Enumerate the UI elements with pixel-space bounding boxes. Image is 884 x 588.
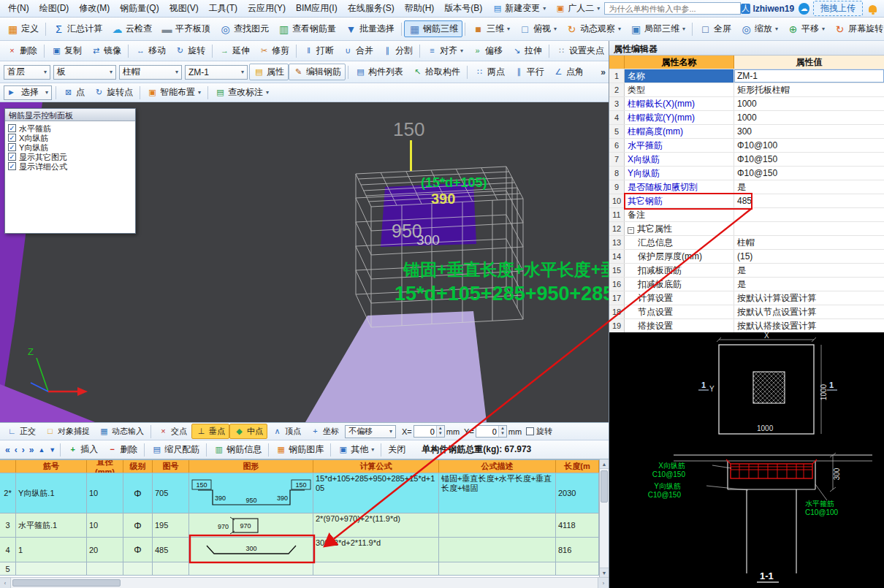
orbit-button[interactable]: ↻动态观察▾ [561,20,625,37]
formula-desc-cell[interactable]: 锚固+垂直长度+水平长度+垂直长度+锚固 [439,473,556,513]
other-menu-button[interactable]: ▣其他▾ [333,441,378,458]
rotate-button[interactable]: ↻旋转 [170,42,210,59]
component-name-select[interactable]: ZM-1▾ [185,65,248,80]
dynamic-input-button[interactable]: ▦动态输入 [94,424,148,439]
checkbox-box[interactable]: ✓ [8,162,16,170]
x-coordinate-input[interactable] [414,426,436,437]
property-value[interactable]: 按默认计算设置计算 [734,291,884,305]
new-change-button[interactable]: ▤新建变更▾ [487,0,550,17]
component-list-button[interactable]: ▤构件列表 [351,64,408,80]
checkbox-x-longitudinal[interactable]: ✓X向纵筋 [8,133,132,142]
midpoint-snap-button[interactable]: ◆中点 [229,424,267,439]
split-button[interactable]: ∥分割 [378,42,417,59]
edit-rebar-button[interactable]: ✎编辑钢筋 [289,64,346,80]
checkbox-box[interactable]: ✓ [8,143,16,151]
property-value[interactable]: 300 [734,125,884,138]
select-mode-dropdown[interactable]: ►选择▾ [4,85,52,100]
grade-cell[interactable]: Φ [123,473,153,513]
table-vertical-scrollbar[interactable]: ▲ ▼ [599,459,609,577]
grade-cell[interactable]: Φ [123,538,153,562]
local-3d-button[interactable]: ▣局部三维▾ [625,20,690,37]
menu-component[interactable]: 件(N) [3,0,34,17]
property-value[interactable]: 是 [734,180,884,194]
point-angle-button[interactable]: ∠点角 [549,64,588,80]
property-value[interactable]: 1000 [734,97,884,110]
spinner-up-icon[interactable]: ▲ [499,426,506,431]
property-value[interactable]: 485 [734,194,884,207]
grade-cell[interactable] [123,562,153,575]
property-value[interactable]: 是 [734,278,884,291]
menu-modify[interactable]: 修改(M) [74,0,115,17]
batch-select-button[interactable]: ▼批量选择 [340,20,399,37]
diameter-cell[interactable]: 10 [87,473,123,513]
property-value[interactable]: 1000 [734,111,884,124]
nav-prev-button[interactable]: ‹ [12,444,20,456]
menu-bim-app[interactable]: BIM应用(I) [291,0,343,17]
move-row-down-button[interactable]: ▼ [47,446,58,454]
scroll-left-icon[interactable]: ‹ [0,578,11,588]
menu-cloud-app[interactable]: 云应用(Y) [243,0,291,17]
scrollbar-thumb[interactable] [12,579,121,587]
mirror-button[interactable]: ⇄镜像 [86,42,126,59]
type-select[interactable]: 柱帽▾ [119,65,182,80]
property-row[interactable]: 13汇总信息柱帽 [609,236,884,250]
nav-next-button[interactable]: › [20,444,27,456]
align-button[interactable]: ≡对齐▾ [422,42,468,59]
table-row[interactable]: 3 水平箍筋.1 10 Φ 195 970 970 2*(970+970)+2*… [0,513,599,538]
checkbox-box[interactable]: ✓ [8,124,16,132]
offset-mode-select[interactable]: 不偏移▾ [345,425,396,438]
bar-id-cell[interactable]: 1 [16,538,87,562]
menu-online-service[interactable]: 在线服务(S) [343,0,400,17]
edit-annotation-button[interactable]: ▤查改标注▾ [210,84,273,101]
property-row[interactable]: 16扣减板底筋是 [609,278,884,291]
scroll-up-icon[interactable]: ▲ [600,459,609,469]
figure-no-cell[interactable] [153,562,189,575]
diameter-cell[interactable]: 20 [87,538,123,562]
delete-row-button[interactable]: −删除 [102,441,142,458]
move-row-up-button[interactable]: ▲ [36,446,47,454]
scroll-right-icon[interactable]: › [598,578,609,588]
properties-button[interactable]: ▤属性 [249,64,289,80]
formula-desc-cell[interactable] [439,538,556,562]
formula-cell[interactable]: 300+2*d+2*11.9*d [313,538,439,562]
offset-button[interactable]: »偏移 [468,42,507,59]
property-value[interactable]: Φ10@100 [734,139,884,152]
property-row[interactable]: 8Y向纵筋Φ10@150 [609,167,884,180]
bar-id-cell[interactable] [16,562,87,575]
intersection-snap-button[interactable]: ×交点 [153,424,191,439]
checkbox-box[interactable]: ✓ [8,134,16,142]
category-select[interactable]: 板▾ [53,65,116,80]
rebar-library-button[interactable]: ▦钢筋图库 [271,441,328,458]
find-element-button[interactable]: ◎查找图元 [215,20,273,37]
property-value[interactable] [734,208,884,221]
point-tool-button[interactable]: ⊠点 [58,84,89,101]
property-row[interactable]: 17计算设置按默认计算设置计算 [609,291,884,305]
property-row[interactable]: 1名称ZM-1 [609,69,884,83]
length-cell[interactable]: 2030 [556,473,599,513]
x-coordinate-stepper[interactable]: ▲▼ [414,425,445,438]
shape-cell[interactable]: 150 390 950 390 150 [189,473,313,513]
define-button[interactable]: ▦定义 [2,20,43,37]
formula-cell[interactable] [313,562,439,575]
close-grid-button[interactable]: 关闭 [384,441,410,458]
break-button[interactable]: ‖打断 [299,42,338,59]
nav-first-button[interactable]: « [3,444,12,456]
section-detail-view[interactable]: X 1000 1000 Y 1 1 [609,332,884,588]
formula-desc-cell[interactable] [439,562,556,575]
fullscreen-button[interactable]: □全屏 [695,20,736,37]
formula-desc-cell[interactable] [439,513,556,537]
merge-button[interactable]: ∪合并 [338,42,378,59]
property-row[interactable]: 3柱帽截长(X)(mm)1000 [609,97,884,111]
two-point-button[interactable]: ∷两点 [470,64,509,80]
checkbox-y-longitudinal[interactable]: ✓Y向纵筋 [8,142,132,152]
viewport-3d[interactable]: Z 150 (15*d+105) 390 950 300 锚固+垂直长度+水平长… [0,102,609,422]
insert-row-button[interactable]: +插入 [63,441,102,458]
property-value[interactable]: ZM-1 [734,69,884,83]
coordinate-button[interactable]: +坐标 [305,424,343,439]
stretch-button[interactable]: ↘拉伸 [507,42,546,59]
property-row[interactable]: 7X向纵筋Φ10@150 [609,153,884,167]
property-value[interactable]: Φ10@150 [734,167,884,180]
rotate-checkbox[interactable] [526,427,534,435]
table-row[interactable]: 4 1 20 Φ 485 300 300+2*d+2*11.9*d 816 [0,538,599,562]
delete-button[interactable]: ×删除 [2,42,42,59]
